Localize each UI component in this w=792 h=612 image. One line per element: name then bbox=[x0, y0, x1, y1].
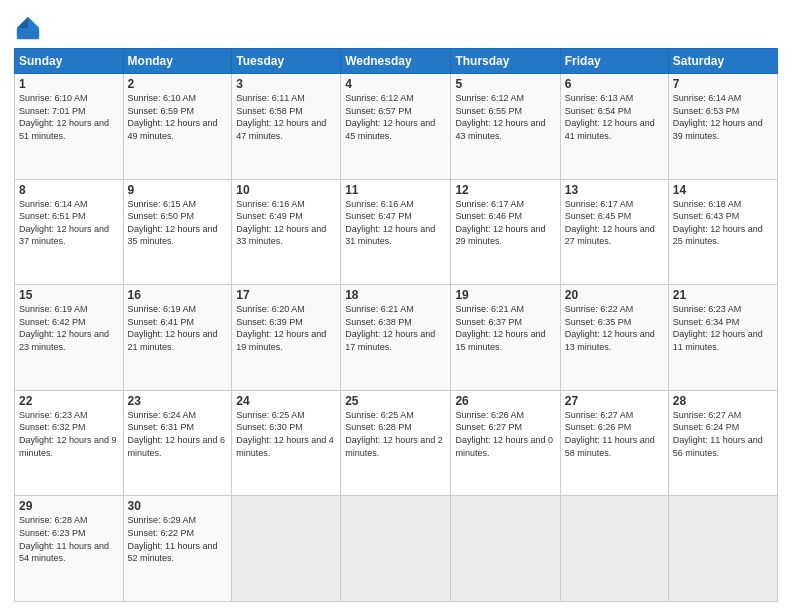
day-number: 11 bbox=[345, 183, 446, 197]
day-cell: 12 Sunrise: 6:17 AMSunset: 6:46 PMDaylig… bbox=[451, 179, 560, 285]
day-cell: 30 Sunrise: 6:29 AMSunset: 6:22 PMDaylig… bbox=[123, 496, 232, 602]
svg-rect-2 bbox=[17, 28, 39, 39]
day-cell: 14 Sunrise: 6:18 AMSunset: 6:43 PMDaylig… bbox=[668, 179, 777, 285]
day-cell: 18 Sunrise: 6:21 AMSunset: 6:38 PMDaylig… bbox=[341, 285, 451, 391]
day-number: 7 bbox=[673, 77, 773, 91]
week-row-4: 22 Sunrise: 6:23 AMSunset: 6:32 PMDaylig… bbox=[15, 390, 778, 496]
day-cell: 25 Sunrise: 6:25 AMSunset: 6:28 PMDaylig… bbox=[341, 390, 451, 496]
day-cell: 23 Sunrise: 6:24 AMSunset: 6:31 PMDaylig… bbox=[123, 390, 232, 496]
svg-marker-1 bbox=[17, 17, 28, 28]
day-cell: 21 Sunrise: 6:23 AMSunset: 6:34 PMDaylig… bbox=[668, 285, 777, 391]
day-cell: 26 Sunrise: 6:26 AMSunset: 6:27 PMDaylig… bbox=[451, 390, 560, 496]
day-cell bbox=[341, 496, 451, 602]
day-number: 6 bbox=[565, 77, 664, 91]
logo bbox=[14, 14, 44, 42]
day-info: Sunrise: 6:23 AMSunset: 6:32 PMDaylight:… bbox=[19, 410, 117, 458]
day-info: Sunrise: 6:16 AMSunset: 6:47 PMDaylight:… bbox=[345, 199, 435, 247]
day-cell: 19 Sunrise: 6:21 AMSunset: 6:37 PMDaylig… bbox=[451, 285, 560, 391]
day-info: Sunrise: 6:12 AMSunset: 6:55 PMDaylight:… bbox=[455, 93, 545, 141]
day-info: Sunrise: 6:13 AMSunset: 6:54 PMDaylight:… bbox=[565, 93, 655, 141]
day-header-wednesday: Wednesday bbox=[341, 49, 451, 74]
day-number: 27 bbox=[565, 394, 664, 408]
day-info: Sunrise: 6:10 AMSunset: 6:59 PMDaylight:… bbox=[128, 93, 218, 141]
day-number: 15 bbox=[19, 288, 119, 302]
day-cell: 24 Sunrise: 6:25 AMSunset: 6:30 PMDaylig… bbox=[232, 390, 341, 496]
day-cell: 9 Sunrise: 6:15 AMSunset: 6:50 PMDayligh… bbox=[123, 179, 232, 285]
day-number: 4 bbox=[345, 77, 446, 91]
page: SundayMondayTuesdayWednesdayThursdayFrid… bbox=[0, 0, 792, 612]
day-cell: 5 Sunrise: 6:12 AMSunset: 6:55 PMDayligh… bbox=[451, 74, 560, 180]
day-cell: 27 Sunrise: 6:27 AMSunset: 6:26 PMDaylig… bbox=[560, 390, 668, 496]
day-number: 17 bbox=[236, 288, 336, 302]
header-row: SundayMondayTuesdayWednesdayThursdayFrid… bbox=[15, 49, 778, 74]
day-cell: 10 Sunrise: 6:16 AMSunset: 6:49 PMDaylig… bbox=[232, 179, 341, 285]
day-number: 3 bbox=[236, 77, 336, 91]
day-number: 20 bbox=[565, 288, 664, 302]
day-number: 5 bbox=[455, 77, 555, 91]
day-number: 8 bbox=[19, 183, 119, 197]
day-info: Sunrise: 6:22 AMSunset: 6:35 PMDaylight:… bbox=[565, 304, 655, 352]
day-number: 2 bbox=[128, 77, 228, 91]
day-info: Sunrise: 6:28 AMSunset: 6:23 PMDaylight:… bbox=[19, 515, 109, 563]
day-info: Sunrise: 6:25 AMSunset: 6:30 PMDaylight:… bbox=[236, 410, 334, 458]
svg-marker-0 bbox=[28, 17, 39, 28]
day-info: Sunrise: 6:17 AMSunset: 6:45 PMDaylight:… bbox=[565, 199, 655, 247]
day-number: 18 bbox=[345, 288, 446, 302]
day-number: 24 bbox=[236, 394, 336, 408]
day-info: Sunrise: 6:14 AMSunset: 6:51 PMDaylight:… bbox=[19, 199, 109, 247]
day-cell: 2 Sunrise: 6:10 AMSunset: 6:59 PMDayligh… bbox=[123, 74, 232, 180]
day-header-sunday: Sunday bbox=[15, 49, 124, 74]
day-number: 23 bbox=[128, 394, 228, 408]
day-cell: 11 Sunrise: 6:16 AMSunset: 6:47 PMDaylig… bbox=[341, 179, 451, 285]
day-header-thursday: Thursday bbox=[451, 49, 560, 74]
day-cell: 13 Sunrise: 6:17 AMSunset: 6:45 PMDaylig… bbox=[560, 179, 668, 285]
day-cell: 28 Sunrise: 6:27 AMSunset: 6:24 PMDaylig… bbox=[668, 390, 777, 496]
day-info: Sunrise: 6:19 AMSunset: 6:42 PMDaylight:… bbox=[19, 304, 109, 352]
day-number: 13 bbox=[565, 183, 664, 197]
day-number: 21 bbox=[673, 288, 773, 302]
day-info: Sunrise: 6:14 AMSunset: 6:53 PMDaylight:… bbox=[673, 93, 763, 141]
day-info: Sunrise: 6:24 AMSunset: 6:31 PMDaylight:… bbox=[128, 410, 226, 458]
day-number: 1 bbox=[19, 77, 119, 91]
day-info: Sunrise: 6:20 AMSunset: 6:39 PMDaylight:… bbox=[236, 304, 326, 352]
day-info: Sunrise: 6:29 AMSunset: 6:22 PMDaylight:… bbox=[128, 515, 218, 563]
calendar: SundayMondayTuesdayWednesdayThursdayFrid… bbox=[14, 48, 778, 602]
day-cell: 4 Sunrise: 6:12 AMSunset: 6:57 PMDayligh… bbox=[341, 74, 451, 180]
day-number: 28 bbox=[673, 394, 773, 408]
day-cell: 1 Sunrise: 6:10 AMSunset: 7:01 PMDayligh… bbox=[15, 74, 124, 180]
week-row-3: 15 Sunrise: 6:19 AMSunset: 6:42 PMDaylig… bbox=[15, 285, 778, 391]
day-info: Sunrise: 6:16 AMSunset: 6:49 PMDaylight:… bbox=[236, 199, 326, 247]
day-cell bbox=[232, 496, 341, 602]
week-row-1: 1 Sunrise: 6:10 AMSunset: 7:01 PMDayligh… bbox=[15, 74, 778, 180]
day-cell: 3 Sunrise: 6:11 AMSunset: 6:58 PMDayligh… bbox=[232, 74, 341, 180]
day-info: Sunrise: 6:25 AMSunset: 6:28 PMDaylight:… bbox=[345, 410, 443, 458]
day-cell: 22 Sunrise: 6:23 AMSunset: 6:32 PMDaylig… bbox=[15, 390, 124, 496]
day-info: Sunrise: 6:18 AMSunset: 6:43 PMDaylight:… bbox=[673, 199, 763, 247]
logo-icon bbox=[14, 14, 42, 42]
day-cell: 29 Sunrise: 6:28 AMSunset: 6:23 PMDaylig… bbox=[15, 496, 124, 602]
day-info: Sunrise: 6:17 AMSunset: 6:46 PMDaylight:… bbox=[455, 199, 545, 247]
day-info: Sunrise: 6:26 AMSunset: 6:27 PMDaylight:… bbox=[455, 410, 553, 458]
day-cell: 15 Sunrise: 6:19 AMSunset: 6:42 PMDaylig… bbox=[15, 285, 124, 391]
day-cell: 8 Sunrise: 6:14 AMSunset: 6:51 PMDayligh… bbox=[15, 179, 124, 285]
calendar-table: SundayMondayTuesdayWednesdayThursdayFrid… bbox=[14, 48, 778, 602]
day-number: 9 bbox=[128, 183, 228, 197]
day-number: 26 bbox=[455, 394, 555, 408]
day-cell: 16 Sunrise: 6:19 AMSunset: 6:41 PMDaylig… bbox=[123, 285, 232, 391]
day-info: Sunrise: 6:27 AMSunset: 6:26 PMDaylight:… bbox=[565, 410, 655, 458]
day-cell: 17 Sunrise: 6:20 AMSunset: 6:39 PMDaylig… bbox=[232, 285, 341, 391]
day-number: 30 bbox=[128, 499, 228, 513]
day-header-friday: Friday bbox=[560, 49, 668, 74]
day-info: Sunrise: 6:10 AMSunset: 7:01 PMDaylight:… bbox=[19, 93, 109, 141]
day-cell bbox=[668, 496, 777, 602]
day-info: Sunrise: 6:21 AMSunset: 6:37 PMDaylight:… bbox=[455, 304, 545, 352]
day-cell: 20 Sunrise: 6:22 AMSunset: 6:35 PMDaylig… bbox=[560, 285, 668, 391]
day-cell: 7 Sunrise: 6:14 AMSunset: 6:53 PMDayligh… bbox=[668, 74, 777, 180]
day-cell bbox=[560, 496, 668, 602]
day-number: 19 bbox=[455, 288, 555, 302]
day-header-monday: Monday bbox=[123, 49, 232, 74]
day-number: 16 bbox=[128, 288, 228, 302]
day-number: 22 bbox=[19, 394, 119, 408]
day-number: 12 bbox=[455, 183, 555, 197]
day-info: Sunrise: 6:21 AMSunset: 6:38 PMDaylight:… bbox=[345, 304, 435, 352]
